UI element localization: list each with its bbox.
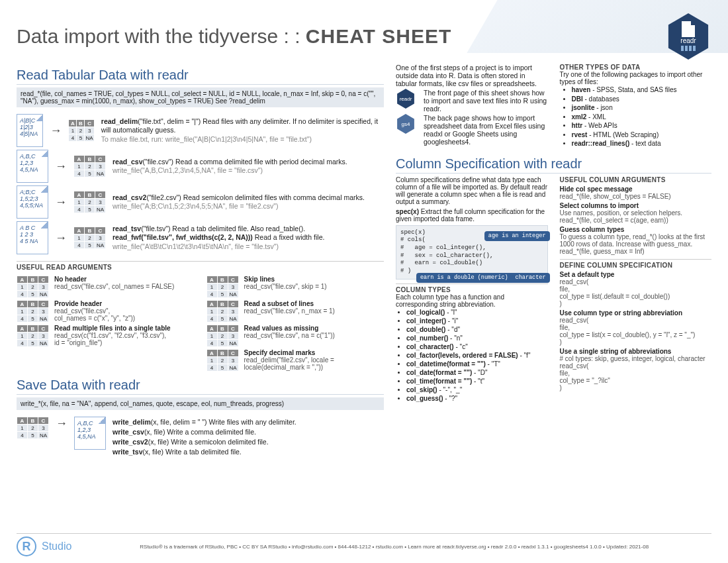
googlesheets-hex-icon: gs4: [396, 114, 416, 134]
arg-item: No headerread_csv("file.csv", col_names …: [54, 276, 174, 298]
colspec-p2: spec(x) Extract the full column specific…: [396, 208, 548, 223]
section-colspec-heading: Column Specification with readr: [396, 156, 711, 174]
input-file-icon: A|B|C1|2|34|5|NA: [17, 114, 43, 147]
input-file-icon: A B C1 2 34 5 NA: [17, 221, 48, 254]
other-types-sub: Try one of the following packages to imp…: [560, 71, 712, 85]
pkg-item: rvest - HTML (Web Scraping): [572, 130, 712, 140]
section-save-heading: Save Data with readr: [17, 378, 384, 395]
coltype-item: col_datetime(format = "") - "T": [406, 360, 548, 368]
output-file-icon: A,B,C 1,2,3 4,5,NA: [74, 417, 106, 450]
coltype-item: col_double() - "d": [406, 325, 548, 334]
result-table: ABC12345NA: [206, 349, 239, 372]
readr-desc: The front page of this sheet shows how t…: [424, 89, 548, 113]
page-title: Data import with the tidyverse : : CHEAT…: [17, 25, 451, 48]
pkg-item: readr::read_lines() - text data: [572, 139, 712, 148]
colspec-p1: Column specifications define what data t…: [396, 176, 548, 205]
pkg-item: xml2 - XML: [572, 113, 712, 122]
arg-item: Provide headerread_csv("file.csv", col_n…: [54, 300, 135, 323]
arrow-icon: →: [55, 195, 67, 209]
useful-args-heading: USEFUL READ ARGUMENTS: [17, 261, 384, 271]
pkg-item: jsonlite - json: [572, 103, 712, 113]
arrow-icon: →: [56, 417, 68, 431]
read-signature: read_*(file, col_names = TRUE, col_types…: [17, 87, 384, 107]
result-table: ABC12345NA: [206, 325, 239, 347]
arg-item: Read multiple files into a single tabler…: [54, 325, 171, 347]
result-table: ABC12345NA: [17, 300, 49, 323]
intro-text: One of the first steps of a project is t…: [396, 64, 548, 87]
rstudio-brand: Studio: [42, 540, 71, 552]
arrow-icon: →: [55, 160, 67, 174]
input-file-icon: A;B;C1,5;2;34,5;5;NA: [17, 185, 48, 219]
result-table: ABC12345NA: [73, 227, 106, 249]
gs-desc: The back page shows how to import spread…: [424, 114, 548, 146]
result-table: ABC12345NA: [206, 276, 239, 298]
pkg-item: haven - SPSS, Stata, and SAS files: [572, 85, 712, 95]
result-table: ABC12345NA: [17, 276, 49, 298]
other-types-heading: OTHER TYPES OF DATA: [560, 64, 712, 71]
example-desc: read_csv("file.csv") Read a comma delimi…: [113, 158, 347, 175]
footer-text: RStudio® is a trademark of RStudio, PBC …: [77, 544, 711, 550]
callout-age: age is an integer: [484, 231, 550, 241]
coltype-item: col_skip() - "-", "_": [406, 385, 548, 394]
example-desc: read_delim("file.txt", delim = "|") Read…: [101, 117, 384, 143]
example-desc: read_csv2("file2.csv") Read semicolon de…: [113, 193, 365, 211]
arg-item: Read a subset of linesread_csv("file.csv…: [244, 300, 335, 323]
coltype-item: col_factor(levels, ordered = FALSE) - "f…: [406, 351, 548, 360]
coltype-item: col_number() - "n": [406, 334, 548, 342]
rstudio-logo: R: [17, 537, 36, 556]
result-table: ABC12345NA: [68, 119, 94, 142]
coltype-item: col_guess() - "?": [406, 394, 548, 403]
arrow-icon: →: [50, 124, 62, 138]
define-colspec-heading: DEFINE COLUMN SPECIFICATION: [560, 259, 712, 269]
source-table: ABC12345NA: [17, 417, 49, 439]
section-read-heading: Read Tabular Data with readr: [17, 68, 384, 85]
result-table: ABC12345NA: [206, 300, 239, 323]
column-types-heading: COLUMN TYPES: [396, 283, 548, 293]
input-file-icon: A,B,C1,2,34,5,NA: [17, 150, 48, 183]
result-table: ABC12345NA: [17, 325, 49, 347]
coltype-item: col_character() - "c": [406, 342, 548, 351]
arg-item: Specify decimal marksread_delim("file2.c…: [244, 349, 334, 372]
callout-earn: earn is a double (numeric): [416, 273, 512, 283]
pkg-item: httr - Web APIs: [572, 121, 712, 130]
arg-item: Skip linesread_csv("file.csv", skip = 1): [244, 276, 327, 298]
pkg-item: DBI - databases: [572, 95, 712, 104]
readr-hex-icon: readr: [396, 89, 416, 109]
useful-col-args-heading: USEFUL COLUMN ARGUMENTS: [560, 176, 712, 183]
coltype-item: col_time(format = "") - "t": [406, 377, 548, 385]
spec-code: spec(x) # cols( # age = col_integer(), #…: [396, 225, 548, 280]
example-desc: read_tsv("file.tsv") Read a tab delimite…: [113, 225, 324, 250]
arg-item: Read values as missingread_csv("file.csv…: [244, 325, 335, 347]
result-table: ABC12345NA: [73, 191, 106, 213]
coltype-item: col_integer() - "i": [406, 317, 548, 325]
result-table: ABC12345NA: [73, 155, 106, 178]
arrow-icon: →: [55, 231, 67, 245]
save-signature: write_*(x, file, na = "NA", append, col_…: [17, 397, 384, 410]
column-types-sub: Each column type has a function and corr…: [396, 293, 548, 308]
coltype-item: col_date(format = "") - "D": [406, 368, 548, 377]
coltype-item: col_logical() - "l": [406, 308, 548, 317]
